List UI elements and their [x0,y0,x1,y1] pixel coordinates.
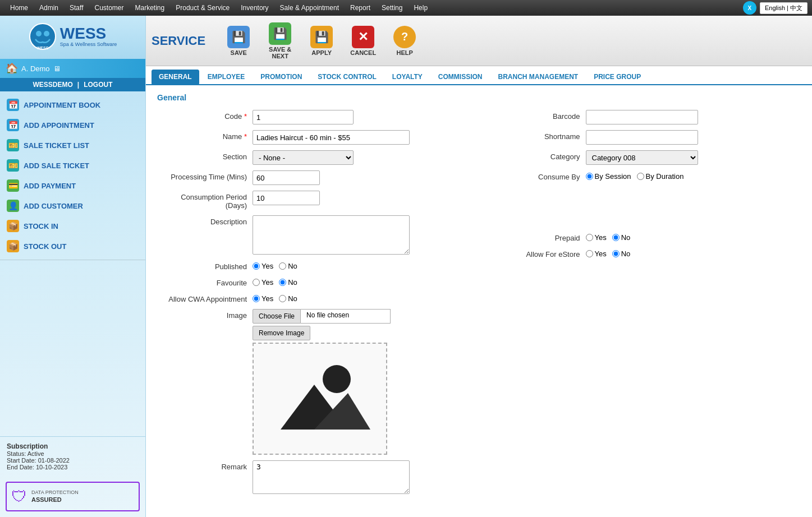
subscription-end: End Date: 10-10-2023 [7,464,139,470]
save-button[interactable]: 💾 SAVE [219,21,258,61]
apply-icon: 💾 [310,26,333,48]
favourite-row: Favourite Yes No [157,276,468,287]
consume-by-radio-group: By Session By Duration [586,170,684,181]
sidebar-item-label: STOCK IN [24,222,58,230]
favourite-no-label[interactable]: No [279,278,297,287]
nav-product-service[interactable]: Product & Service [170,0,235,16]
allow-cwa-yes-label[interactable]: Yes [253,294,273,303]
allow-estore-no-label[interactable]: No [612,250,631,258]
sidebar-item-sale-ticket-list[interactable]: 🎫 SALE TICKET LIST [0,135,145,155]
processing-time-input[interactable] [253,170,320,185]
favourite-yes-radio[interactable] [253,279,260,286]
nav-home[interactable]: Home [4,0,34,16]
save-next-label: SAVE & NEXT [260,46,300,59]
consumption-period-input[interactable] [253,191,320,205]
sidebar-item-add-appointment[interactable]: 📅 ADD APPOINTMENT [0,115,145,135]
name-input[interactable] [253,130,410,145]
svg-point-4 [323,365,351,393]
tab-price-group[interactable]: PRICE GROUP [586,70,648,84]
nav-sale-appointment[interactable]: Sale & Appointment [274,0,345,16]
prepaid-yes-text: Yes [595,233,607,242]
apply-button[interactable]: 💾 APPLY [302,21,341,61]
sidebar-item-stock-in[interactable]: 📦 STOCK IN [0,216,145,236]
tab-commission[interactable]: COMMISSION [431,70,490,84]
language-button[interactable]: English | 中文 [760,2,808,14]
consume-by-row: Consume By By Session By Duration [490,170,801,181]
nav-inventory[interactable]: Inventory [235,0,274,16]
sidebar-item-stock-out[interactable]: 📦 STOCK OUT [0,236,145,256]
prepaid-no-label[interactable]: No [612,233,631,242]
consume-by-duration-radio[interactable] [637,173,644,180]
description-input[interactable] [253,215,410,255]
tab-general[interactable]: GENERAL [152,70,199,84]
allow-cwa-yes-radio[interactable] [253,295,260,302]
prepaid-yes-label[interactable]: Yes [586,233,607,242]
help-button[interactable]: ? HELP [385,21,424,61]
tab-branch-management[interactable]: BRANCH MANAGEMENT [491,70,586,84]
tab-stock-control[interactable]: STOCK CONTROL [310,70,383,84]
sidebar-auth: WESSDEMO | LOGOUT [0,78,145,91]
allow-cwa-no-label[interactable]: No [279,294,297,303]
consume-by-session-radio[interactable] [586,173,593,180]
allow-estore-yes-label[interactable]: Yes [586,250,607,258]
allow-estore-yes-radio[interactable] [586,250,593,257]
sidebar-user: 🏠 A. Demo 🖥 [0,59,145,78]
remove-image-button[interactable]: Remove Image [253,326,310,340]
name-label: Name * [157,130,253,141]
sidebar-item-appointment-book[interactable]: 📅 APPOINTMENT BOOK [0,95,145,115]
code-input[interactable] [253,110,354,124]
remark-row: Remark 3 [157,460,468,494]
nav-help[interactable]: Help [408,0,433,16]
published-yes-label[interactable]: Yes [253,262,273,270]
category-label: Category [490,150,586,161]
published-no-radio[interactable] [279,262,286,270]
favourite-no-radio[interactable] [279,279,286,286]
section-label: Section [157,150,253,161]
processing-time-label: Processing Time (Mins) [157,170,253,181]
page-title: SERVICE [152,34,205,48]
remark-input[interactable]: 3 [253,460,410,494]
save-next-button[interactable]: 💾 SAVE & NEXT [260,21,300,61]
sidebar-item-add-customer[interactable]: 👤 ADD CUSTOMER [0,196,145,216]
consume-by-session-label[interactable]: By Session [586,172,631,181]
wess-logo-icon: WESS [29,22,57,50]
published-no-label[interactable]: No [279,262,297,270]
image-preview [253,343,387,455]
published-row: Published Yes No [157,260,468,271]
allow-cwa-no-text: No [288,294,297,303]
nav-marketing[interactable]: Marketing [130,0,171,16]
xero-button[interactable]: X [743,1,756,15]
barcode-input[interactable] [586,110,698,124]
processing-time-row: Processing Time (Mins) [157,170,468,185]
sidebar-item-add-payment[interactable]: 💳 ADD PAYMENT [0,176,145,196]
tab-employee[interactable]: EMPLOYEE [200,70,253,84]
prepaid-no-radio[interactable] [612,234,620,241]
choose-file-button[interactable]: Choose File [253,309,301,324]
shortname-input[interactable] [586,130,698,145]
prepaid-yes-radio[interactable] [586,234,593,241]
category-select[interactable]: Category 008 [586,150,698,165]
save-icon: 💾 [227,26,250,48]
tab-promotion[interactable]: PROMOTION [253,70,309,84]
nav-customer[interactable]: Customer [89,0,130,16]
logout-button[interactable]: LOGOUT [84,81,112,89]
section-select[interactable]: - None - [253,150,354,165]
user-name: A. Demo [21,64,50,73]
nav-setting[interactable]: Setting [376,0,408,16]
help-label: HELP [397,49,413,56]
allow-estore-no-radio[interactable] [612,250,620,257]
consume-by-duration-label[interactable]: By Duration [637,172,684,181]
published-yes-radio[interactable] [253,262,260,270]
prepaid-label: Prepaid [490,232,586,242]
sidebar-item-add-sale-ticket[interactable]: 🎫 ADD SALE TICKET [0,155,145,176]
tab-loyalty[interactable]: LOYALTY [385,70,430,84]
nav-staff[interactable]: Staff [64,0,89,16]
barcode-row: Barcode [490,110,801,124]
allow-cwa-no-radio[interactable] [279,295,286,302]
allow-estore-row: Allow For eStore Yes No [490,248,801,258]
favourite-yes-label[interactable]: Yes [253,278,273,287]
cancel-button[interactable]: ✕ CANCEL [343,21,383,61]
nav-admin[interactable]: Admin [34,0,64,16]
nav-report[interactable]: Report [345,0,376,16]
top-navigation: Home Admin Staff Customer Marketing Prod… [0,0,812,16]
